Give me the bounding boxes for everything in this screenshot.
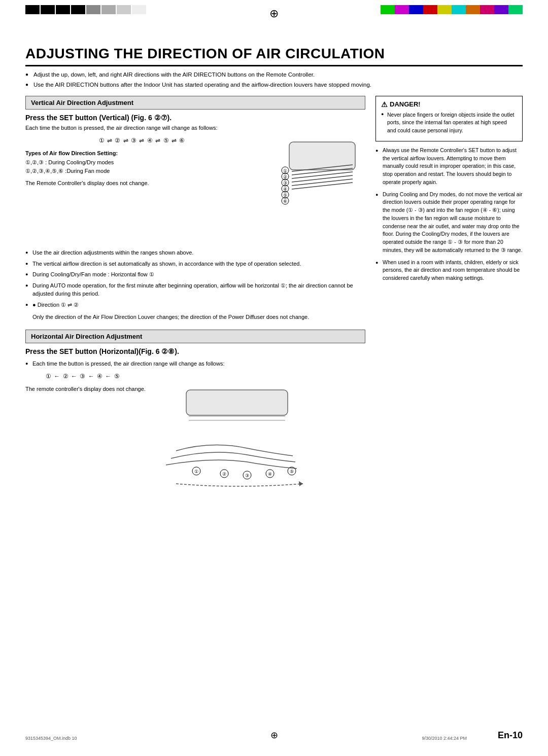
target-icon-top: ⊕ [269, 7, 279, 20]
danger-title: DANGER! [381, 100, 517, 109]
svg-line-4 [292, 175, 353, 182]
horizontal-sub-heading: Press the SET button (Horizontal)(Fig. 6… [25, 347, 365, 355]
vertical-bullet-1: Use the air direction adjustments within… [25, 248, 365, 257]
vertical-sub-heading: Press the SET button (Vertical) (Fig. 6 … [25, 114, 365, 122]
svg-line-6 [292, 183, 353, 189]
page: ⊕ ADJUSTING THE DIRECTION OF AIR CIRCULA… [0, 0, 548, 756]
svg-text:⑥: ⑥ [283, 199, 287, 204]
svg-text:④: ④ [268, 472, 272, 477]
horizontal-illustration-area: The remote controller's display does not… [25, 385, 365, 497]
color-bar [381, 5, 523, 14]
svg-marker-32 [299, 481, 303, 486]
vertical-section-header: Vertical Air Direction Adjustment [25, 96, 365, 110]
svg-text:⑤: ⑤ [290, 469, 294, 474]
danger-bullet-1: Never place fingers or foreign objects i… [381, 111, 517, 135]
right-note-3: When used in a room with infants, childr… [375, 259, 523, 282]
main-content: Vertical Air Direction Adjustment Press … [25, 96, 523, 498]
horizontal-bullet-1: Each time the button is pressed, the air… [25, 359, 365, 368]
svg-text:③: ③ [245, 473, 249, 478]
vertical-bullet-2: The vertical airflow direction is set au… [25, 260, 365, 268]
footer-target-icon: ⊕ [270, 730, 278, 741]
vertical-bullets: Use the air direction adjustments within… [25, 248, 365, 309]
direction-note: Only the direction of the Air Flow Direc… [32, 313, 365, 321]
svg-rect-19 [186, 390, 288, 415]
danger-box: DANGER! Never place fingers or foreign o… [375, 96, 523, 141]
vertical-bullet-4: During AUTO mode operation, for the firs… [25, 281, 365, 298]
vertical-bullet-3: During Cooling/Dry/Fan mode : Horizontal… [25, 270, 365, 279]
danger-bullets: Never place fingers or foreign objects i… [381, 111, 517, 135]
vertical-description: Each time the button is pressed, the air… [25, 124, 365, 132]
horizontal-flow-sequence: ① ← ② ← ③ ← ④ ← ⑤ [46, 373, 365, 380]
horizontal-bullets: Each time the button is pressed, the air… [25, 359, 365, 368]
intro-bullet-1: Adjust the up, down, left, and right AIR… [25, 70, 523, 79]
svg-text:②: ② [222, 472, 226, 477]
right-column: DANGER! Never place fingers or foreign o… [375, 96, 523, 498]
right-note-1: Always use the Remote Controller's SET b… [375, 147, 523, 187]
vertical-flow-area: ① ② ③ ④ ⑤ ⑥ ① ⇌ ② ⇌ ③ ⇌ ④ [25, 137, 365, 244]
black-squares-decoration [25, 5, 146, 14]
svg-text:①: ① [194, 469, 198, 474]
page-number: En-10 [498, 730, 523, 741]
remote-display-note-horizontal: The remote controller's display does not… [25, 385, 146, 397]
vertical-ac-illustration: ① ② ③ ④ ⑤ ⑥ [264, 137, 365, 239]
svg-line-3 [292, 172, 353, 178]
footer-left: 9315345394_OM.indb 10 [25, 736, 77, 741]
page-title: ADJUSTING THE DIRECTION OF AIR CIRCULATI… [25, 46, 523, 66]
intro-bullet-2: Use the AIR DIRECTION buttons after the … [25, 81, 523, 89]
left-column: Vertical Air Direction Adjustment Press … [25, 96, 365, 498]
horizontal-section-header: Horizontal Air Direction Adjustment [25, 330, 365, 343]
vertical-bullet-5: ● Direction ① ⇌ ② [25, 301, 365, 309]
right-note-2: During Cooling and Dry modes, do not mov… [375, 191, 523, 255]
intro-bullets: Adjust the up, down, left, and right AIR… [25, 70, 523, 90]
horizontal-ac-illustration: ① ② ③ ④ ⑤ [146, 385, 308, 497]
svg-line-5 [292, 179, 353, 186]
footer-right: 9/30/2010 2:44:24 PM [422, 736, 467, 741]
horizontal-section: Horizontal Air Direction Adjustment Pres… [25, 330, 365, 498]
